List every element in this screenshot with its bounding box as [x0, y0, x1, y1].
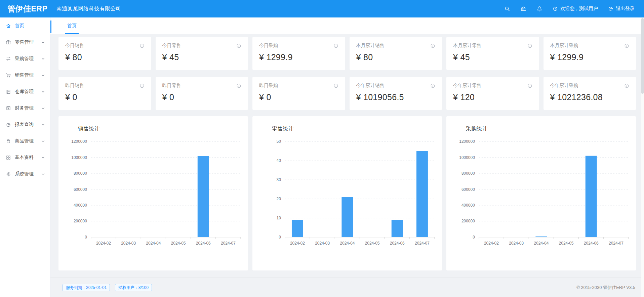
welcome-user[interactable]: 欢迎您，测试用户: [553, 6, 598, 12]
svg-text:2024-03: 2024-03: [509, 241, 524, 246]
tab-bar: 首页: [50, 17, 644, 34]
chevron-down-icon: [40, 171, 46, 177]
info-icon[interactable]: [624, 83, 629, 88]
svg-text:2024-05: 2024-05: [171, 241, 186, 246]
retail-chart-title: 零售统计: [272, 125, 442, 132]
svg-text:200000: 200000: [461, 219, 475, 223]
finance-icon: [6, 105, 11, 111]
logout-button[interactable]: 退出登录: [608, 6, 635, 12]
stat-card-value: ¥ 1021236.08: [550, 92, 630, 102]
stat-card-title: 昨日采购: [259, 83, 278, 89]
svg-text:2024-06: 2024-06: [390, 241, 405, 246]
svg-text:2024-04: 2024-04: [146, 241, 161, 246]
stat-card-title: 今日零售: [162, 43, 181, 49]
stat-card-title: 本月累计销售: [356, 43, 385, 49]
sidebar-item-home[interactable]: 首页: [0, 17, 50, 34]
sidebar: 首页 零售管理 采购管理 销售管理 仓库管理 财务管理 报表查询 商品管理: [0, 17, 50, 297]
stat-card-year-sales: 今年累计销售 ¥ 1019056.5: [350, 77, 442, 110]
service-expiry-badge: 服务到期：2025-01-01: [63, 284, 110, 291]
gift-icon: [6, 40, 11, 45]
svg-text:1200000: 1200000: [459, 139, 475, 144]
svg-text:40: 40: [277, 158, 281, 163]
stat-card-title: 今年累计采购: [550, 83, 578, 89]
stat-card-value: ¥ 1299.9: [550, 52, 630, 62]
vertical-scrollbar[interactable]: [641, 17, 644, 297]
stat-card-month-purchase: 本月累计采购 ¥ 1299.9: [544, 37, 636, 70]
stat-card-title: 今年累计销售: [356, 83, 385, 89]
info-icon[interactable]: [333, 43, 338, 48]
dashboard: 今日销售 ¥ 80 今日零售 ¥ 45 今日采购 ¥ 1299.9 本月累计销售…: [50, 34, 644, 297]
sales-chart-title: 销售统计: [78, 125, 248, 132]
stat-card-value: ¥ 80: [65, 52, 145, 62]
stat-card-title: 今日采购: [259, 43, 278, 49]
retail-chart-card: 零售统计 010203040502024-022024-032024-04202…: [252, 116, 442, 270]
chevron-down-icon: [40, 155, 46, 160]
scrollbar-thumb[interactable]: [641, 18, 644, 94]
svg-text:2024-04: 2024-04: [340, 241, 355, 246]
stat-card-value: ¥ 80: [356, 52, 436, 62]
svg-text:400000: 400000: [74, 203, 87, 208]
footer-badges: 服务到期：2025-01-01 授权用户：8/100: [63, 284, 155, 291]
welcome-user-label: 欢迎您，测试用户: [560, 6, 598, 12]
ledger-icon: [6, 89, 11, 94]
gear-icon: [6, 171, 11, 177]
info-icon[interactable]: [139, 43, 145, 48]
svg-text:2024-07: 2024-07: [221, 241, 236, 246]
top-navbar: 管伊佳ERP 南通某某网络科技有限公司 欢迎您，测试用户 退出登录: [0, 0, 644, 17]
chevron-down-icon: [40, 56, 46, 61]
svg-text:200000: 200000: [74, 219, 87, 223]
svg-text:600000: 600000: [74, 187, 87, 192]
info-icon[interactable]: [527, 43, 532, 48]
svg-text:2024-07: 2024-07: [609, 241, 623, 246]
stat-card-value: ¥ 0: [162, 92, 242, 102]
svg-text:30: 30: [277, 177, 281, 182]
stat-card-value: ¥ 1019056.5: [356, 92, 436, 102]
chevron-down-icon: [40, 138, 46, 144]
bell-icon[interactable]: [536, 6, 542, 12]
tab-home[interactable]: 首页: [65, 17, 79, 34]
sidebar-item-purchase[interactable]: 采购管理: [0, 50, 50, 67]
purchase-bar-chart: 0200000400000600000800000100000012000002…: [446, 134, 636, 266]
svg-text:600000: 600000: [461, 187, 475, 192]
info-icon[interactable]: [236, 83, 241, 88]
sidebar-item-goods[interactable]: 商品管理: [0, 133, 50, 149]
bag-icon: [6, 138, 11, 144]
pie-icon: [6, 122, 11, 127]
info-icon[interactable]: [430, 43, 435, 48]
sidebar-item-system[interactable]: 系统管理: [0, 166, 50, 182]
sidebar-item-finance[interactable]: 财务管理: [0, 100, 50, 116]
svg-text:2024-07: 2024-07: [415, 241, 430, 246]
svg-text:2024-02: 2024-02: [290, 241, 305, 246]
svg-text:0: 0: [279, 235, 281, 240]
info-icon[interactable]: [333, 83, 338, 88]
stat-card-title: 今日销售: [65, 43, 84, 49]
sidebar-item-sales[interactable]: 销售管理: [0, 67, 50, 83]
info-icon[interactable]: [236, 43, 241, 48]
svg-text:800000: 800000: [74, 171, 87, 176]
sidebar-item-warehouse[interactable]: 仓库管理: [0, 83, 50, 100]
sales-bar-chart: 0200000400000600000800000100000012000002…: [58, 134, 248, 266]
footer: 服务到期：2025-01-01 授权用户：8/100 © 2015-2030 管…: [50, 278, 644, 297]
bank-icon[interactable]: [520, 6, 526, 12]
tab-home-label: 首页: [67, 23, 77, 29]
info-icon[interactable]: [527, 83, 532, 88]
stat-card-yesterday-purchase: 昨日采购 ¥ 0: [252, 77, 345, 110]
svg-text:50: 50: [277, 139, 281, 144]
sidebar-item-basedata[interactable]: 基本资料: [0, 149, 50, 166]
navbar-actions: 欢迎您，测试用户 退出登录: [504, 6, 644, 12]
stat-card-month-retail: 本月累计零售 ¥ 45: [446, 37, 539, 70]
stat-card-value: ¥ 45: [453, 52, 532, 62]
svg-text:1200000: 1200000: [71, 139, 87, 144]
home-icon: [6, 23, 11, 29]
svg-text:10: 10: [277, 216, 281, 220]
svg-text:2024-05: 2024-05: [365, 241, 380, 246]
stat-card-value: ¥ 0: [259, 92, 338, 102]
chevron-down-icon: [40, 105, 46, 111]
search-icon[interactable]: [504, 6, 510, 12]
info-icon[interactable]: [139, 83, 145, 88]
info-icon[interactable]: [430, 83, 435, 88]
info-icon[interactable]: [624, 43, 629, 48]
cart-icon: [6, 73, 11, 78]
sidebar-item-reports[interactable]: 报表查询: [0, 116, 50, 133]
sidebar-item-retail[interactable]: 零售管理: [0, 34, 50, 50]
